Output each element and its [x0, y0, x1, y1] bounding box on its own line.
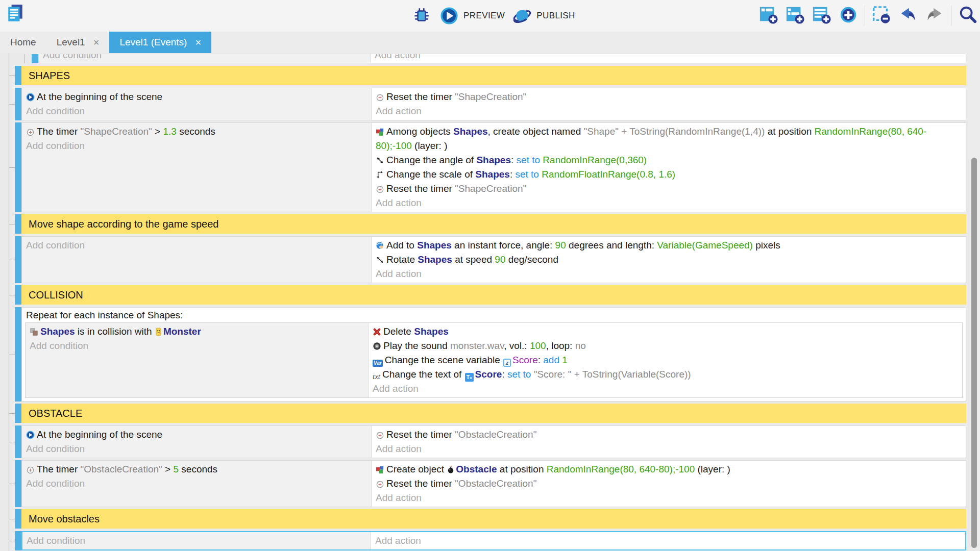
tree-rail	[0, 425, 15, 458]
action-line[interactable]: Play the sound monster.wav, vol.: 100, l…	[369, 339, 962, 353]
add-condition-link[interactable]: Add condition	[22, 534, 371, 548]
add-action-link[interactable]: Add action	[372, 196, 966, 210]
action-line[interactable]: Reset the timer "ObstacleCreation"	[372, 477, 966, 491]
event-row: The timer "ObstacleCreation" > 5 seconds…	[21, 460, 966, 507]
action-line[interactable]: Change the angle of Shapes: set to Rando…	[372, 153, 966, 167]
event-row: Add conditionAdd action	[38, 54, 966, 63]
tree-rail	[0, 88, 15, 120]
tree-rail	[0, 214, 15, 234]
condition-line[interactable]: Shapes is in collision with Monster	[26, 324, 368, 339]
project-manager-button[interactable]	[5, 3, 26, 23]
event-group: COLLISION	[0, 285, 966, 305]
tab-level1[interactable]: Level1×	[46, 32, 110, 53]
remove-selection-button[interactable]	[871, 6, 892, 26]
timer-icon	[376, 431, 384, 439]
placeholder-text: Add condition	[43, 54, 102, 60]
add-subevent-button[interactable]	[785, 6, 805, 26]
toolbar-button-label: PREVIEW	[463, 11, 505, 21]
actions-column: Add action	[371, 54, 966, 63]
vertical-scrollbar[interactable]	[968, 53, 980, 551]
action-line[interactable]: Among objects Shapes, create object name…	[372, 124, 966, 153]
add-action-link[interactable]: Add action	[371, 534, 965, 548]
condition-line[interactable]: At the beginning of the scene	[22, 428, 371, 442]
search-button[interactable]	[958, 6, 978, 26]
action-line[interactable]: txtChange the text of TxScore: set to "S…	[369, 367, 962, 382]
event: Add conditionAdd action	[0, 531, 966, 550]
close-icon[interactable]: ×	[93, 37, 100, 47]
action-line[interactable]: Add to Shapes an instant force, angle: 9…	[372, 238, 966, 253]
action-line[interactable]: Create object Obstacle at position Rando…	[372, 462, 966, 477]
event-group-header[interactable]: OBSTACLE	[21, 404, 966, 423]
add-event-button[interactable]	[758, 6, 779, 26]
add-circle-button[interactable]	[838, 6, 859, 26]
add-comment-button[interactable]	[812, 6, 832, 26]
repeat-label[interactable]: Repeat for each instance of Shapes:	[22, 308, 966, 322]
actions-column: Add action	[371, 532, 965, 549]
actions-column: Create object Obstacle at position Rando…	[372, 461, 966, 507]
add-condition-link[interactable]: Add condition	[26, 339, 368, 353]
debug-icon	[411, 6, 432, 26]
close-icon[interactable]: ×	[195, 37, 201, 47]
add-condition-link[interactable]: Add condition	[22, 139, 371, 153]
add-action-link[interactable]: Add action	[372, 491, 966, 505]
action-line[interactable]: Change the scale of Shapes: set to Rando…	[372, 167, 966, 182]
undo-button[interactable]	[898, 6, 918, 26]
event-group-header[interactable]: Move obstacles	[21, 509, 966, 529]
preview-icon	[439, 6, 459, 26]
add-condition-link[interactable]: Add condition	[22, 238, 371, 253]
scrollbar-thumb[interactable]	[971, 158, 977, 548]
add-condition-link[interactable]: Add condition	[22, 477, 371, 491]
action-line[interactable]: Reset the timer "ShapeCreation"	[372, 182, 966, 196]
redo-button[interactable]	[924, 6, 945, 26]
event-selection-bar[interactable]	[15, 460, 21, 507]
action-line[interactable]: Reset the timer "ShapeCreation"	[372, 90, 966, 104]
event-group-header[interactable]: Move shape according to the game speed	[21, 214, 966, 234]
tab-level1-events-[interactable]: Level1 (Events)×	[109, 32, 211, 53]
event-selection-bar[interactable]	[15, 88, 21, 120]
angle-icon	[376, 156, 384, 165]
add-action-link[interactable]: Add action	[369, 382, 962, 396]
bomb-icon	[447, 465, 454, 474]
action-line[interactable]: Delete Shapes	[369, 324, 962, 339]
event-selection-bar[interactable]	[15, 214, 21, 234]
add-action-link[interactable]: Add action	[372, 267, 966, 281]
condition-line[interactable]: The timer "ShapeCreation" > 1.3 seconds	[22, 124, 371, 139]
condition-line[interactable]: At the beginning of the scene	[22, 90, 371, 104]
event-group-header[interactable]: COLLISION	[21, 285, 966, 305]
condition-line[interactable]: The timer "ObstacleCreation" > 5 seconds	[22, 462, 371, 477]
add-condition-link[interactable]: Add condition	[39, 54, 370, 62]
event-selection-bar[interactable]	[15, 509, 21, 529]
add-condition-link[interactable]: Add condition	[22, 442, 371, 456]
action-line[interactable]: Reset the timer "ObstacleCreation"	[372, 428, 966, 442]
conditions-column: Add condition	[22, 237, 372, 283]
preview-button[interactable]: PREVIEW	[439, 6, 505, 26]
event-selection-bar[interactable]	[15, 122, 21, 212]
event-selection-bar[interactable]	[15, 531, 21, 550]
placeholder-text: Add action	[376, 106, 422, 116]
placeholder-text: Add condition	[27, 535, 85, 546]
add-condition-link[interactable]: Add condition	[22, 104, 371, 118]
add-action-link[interactable]: Add action	[372, 104, 966, 118]
event-selection-bar[interactable]	[32, 54, 38, 63]
tree-rail	[0, 66, 15, 85]
event-selection-bar[interactable]	[15, 425, 21, 458]
event-selection-bar[interactable]	[15, 404, 21, 423]
add-action-link[interactable]: Add action	[372, 442, 966, 456]
placeholder-text: Add condition	[26, 443, 85, 454]
collision-icon	[30, 328, 38, 336]
publish-button[interactable]: PUBLISH	[512, 6, 575, 26]
action-line[interactable]: VarChange the scene variable zScore: add…	[369, 353, 962, 367]
conditions-column: Add condition	[22, 532, 371, 549]
event-selection-bar[interactable]	[15, 285, 21, 305]
action-line[interactable]: Rotate Shapes at speed 90 deg/second	[372, 253, 966, 267]
debug-button[interactable]	[411, 6, 432, 26]
event-selection-bar[interactable]	[15, 236, 21, 283]
add-action-link[interactable]: Add action	[371, 54, 966, 62]
tree-rail	[0, 460, 15, 507]
event-selection-bar[interactable]	[15, 307, 21, 402]
event-selection-bar[interactable]	[15, 66, 21, 85]
tab-home[interactable]: Home	[0, 32, 46, 53]
tree-rail	[0, 122, 15, 212]
text-object-icon: Tx	[465, 373, 474, 382]
event-group-header[interactable]: SHAPES	[21, 66, 966, 85]
